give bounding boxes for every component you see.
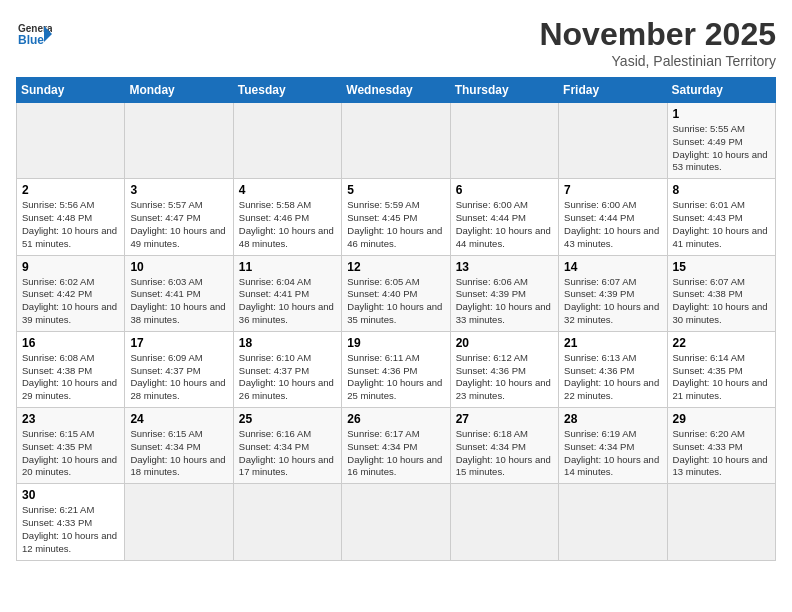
calendar-day-cell: 12Sunrise: 6:05 AM Sunset: 4:40 PM Dayli…: [342, 255, 450, 331]
day-info: Sunrise: 6:16 AM Sunset: 4:34 PM Dayligh…: [239, 428, 336, 479]
calendar-day-cell: 10Sunrise: 6:03 AM Sunset: 4:41 PM Dayli…: [125, 255, 233, 331]
day-number: 26: [347, 412, 444, 426]
calendar-day-cell: 6Sunrise: 6:00 AM Sunset: 4:44 PM Daylig…: [450, 179, 558, 255]
day-info: Sunrise: 6:21 AM Sunset: 4:33 PM Dayligh…: [22, 504, 119, 555]
calendar-day-cell: [233, 484, 341, 560]
day-info: Sunrise: 6:06 AM Sunset: 4:39 PM Dayligh…: [456, 276, 553, 327]
calendar-day-cell: 28Sunrise: 6:19 AM Sunset: 4:34 PM Dayli…: [559, 408, 667, 484]
day-number: 28: [564, 412, 661, 426]
calendar-day-cell: [450, 103, 558, 179]
day-info: Sunrise: 6:09 AM Sunset: 4:37 PM Dayligh…: [130, 352, 227, 403]
day-info: Sunrise: 6:07 AM Sunset: 4:38 PM Dayligh…: [673, 276, 770, 327]
calendar-day-cell: 7Sunrise: 6:00 AM Sunset: 4:44 PM Daylig…: [559, 179, 667, 255]
calendar-day-cell: 15Sunrise: 6:07 AM Sunset: 4:38 PM Dayli…: [667, 255, 775, 331]
day-info: Sunrise: 6:07 AM Sunset: 4:39 PM Dayligh…: [564, 276, 661, 327]
day-info: Sunrise: 6:03 AM Sunset: 4:41 PM Dayligh…: [130, 276, 227, 327]
day-number: 6: [456, 183, 553, 197]
day-number: 23: [22, 412, 119, 426]
calendar-day-cell: 11Sunrise: 6:04 AM Sunset: 4:41 PM Dayli…: [233, 255, 341, 331]
day-number: 15: [673, 260, 770, 274]
calendar-day-cell: [125, 484, 233, 560]
calendar-day-cell: 22Sunrise: 6:14 AM Sunset: 4:35 PM Dayli…: [667, 331, 775, 407]
day-number: 9: [22, 260, 119, 274]
day-number: 11: [239, 260, 336, 274]
day-info: Sunrise: 6:19 AM Sunset: 4:34 PM Dayligh…: [564, 428, 661, 479]
day-info: Sunrise: 6:04 AM Sunset: 4:41 PM Dayligh…: [239, 276, 336, 327]
day-info: Sunrise: 6:08 AM Sunset: 4:38 PM Dayligh…: [22, 352, 119, 403]
day-info: Sunrise: 6:20 AM Sunset: 4:33 PM Dayligh…: [673, 428, 770, 479]
day-info: Sunrise: 6:14 AM Sunset: 4:35 PM Dayligh…: [673, 352, 770, 403]
day-info: Sunrise: 6:10 AM Sunset: 4:37 PM Dayligh…: [239, 352, 336, 403]
day-number: 10: [130, 260, 227, 274]
day-number: 30: [22, 488, 119, 502]
calendar-day-cell: 8Sunrise: 6:01 AM Sunset: 4:43 PM Daylig…: [667, 179, 775, 255]
day-number: 18: [239, 336, 336, 350]
calendar-day-cell: 5Sunrise: 5:59 AM Sunset: 4:45 PM Daylig…: [342, 179, 450, 255]
location: Yasid, Palestinian Territory: [539, 53, 776, 69]
calendar-day-cell: [342, 484, 450, 560]
day-number: 22: [673, 336, 770, 350]
col-monday: Monday: [125, 78, 233, 103]
day-info: Sunrise: 5:56 AM Sunset: 4:48 PM Dayligh…: [22, 199, 119, 250]
calendar-day-cell: 30Sunrise: 6:21 AM Sunset: 4:33 PM Dayli…: [17, 484, 125, 560]
day-number: 7: [564, 183, 661, 197]
calendar-day-cell: 4Sunrise: 5:58 AM Sunset: 4:46 PM Daylig…: [233, 179, 341, 255]
calendar-week-row: 16Sunrise: 6:08 AM Sunset: 4:38 PM Dayli…: [17, 331, 776, 407]
day-info: Sunrise: 6:01 AM Sunset: 4:43 PM Dayligh…: [673, 199, 770, 250]
day-info: Sunrise: 6:00 AM Sunset: 4:44 PM Dayligh…: [564, 199, 661, 250]
day-info: Sunrise: 6:15 AM Sunset: 4:34 PM Dayligh…: [130, 428, 227, 479]
day-number: 16: [22, 336, 119, 350]
logo-icon: General Blue: [16, 16, 52, 52]
calendar-day-cell: 9Sunrise: 6:02 AM Sunset: 4:42 PM Daylig…: [17, 255, 125, 331]
day-info: Sunrise: 6:12 AM Sunset: 4:36 PM Dayligh…: [456, 352, 553, 403]
calendar-day-cell: 14Sunrise: 6:07 AM Sunset: 4:39 PM Dayli…: [559, 255, 667, 331]
calendar-week-row: 9Sunrise: 6:02 AM Sunset: 4:42 PM Daylig…: [17, 255, 776, 331]
calendar-day-cell: 27Sunrise: 6:18 AM Sunset: 4:34 PM Dayli…: [450, 408, 558, 484]
svg-text:Blue: Blue: [18, 33, 44, 47]
calendar-day-cell: [559, 484, 667, 560]
day-info: Sunrise: 6:00 AM Sunset: 4:44 PM Dayligh…: [456, 199, 553, 250]
title-block: November 2025 Yasid, Palestinian Territo…: [539, 16, 776, 69]
day-number: 21: [564, 336, 661, 350]
calendar-day-cell: 2Sunrise: 5:56 AM Sunset: 4:48 PM Daylig…: [17, 179, 125, 255]
calendar-day-cell: 1Sunrise: 5:55 AM Sunset: 4:49 PM Daylig…: [667, 103, 775, 179]
month-year: November 2025: [539, 16, 776, 53]
calendar-day-cell: 26Sunrise: 6:17 AM Sunset: 4:34 PM Dayli…: [342, 408, 450, 484]
calendar-week-row: 2Sunrise: 5:56 AM Sunset: 4:48 PM Daylig…: [17, 179, 776, 255]
day-number: 17: [130, 336, 227, 350]
day-number: 5: [347, 183, 444, 197]
day-info: Sunrise: 6:18 AM Sunset: 4:34 PM Dayligh…: [456, 428, 553, 479]
calendar-day-cell: 24Sunrise: 6:15 AM Sunset: 4:34 PM Dayli…: [125, 408, 233, 484]
calendar-day-cell: 23Sunrise: 6:15 AM Sunset: 4:35 PM Dayli…: [17, 408, 125, 484]
col-friday: Friday: [559, 78, 667, 103]
day-number: 25: [239, 412, 336, 426]
day-number: 29: [673, 412, 770, 426]
calendar-day-cell: [559, 103, 667, 179]
calendar-day-cell: 17Sunrise: 6:09 AM Sunset: 4:37 PM Dayli…: [125, 331, 233, 407]
calendar-day-cell: [125, 103, 233, 179]
day-info: Sunrise: 6:02 AM Sunset: 4:42 PM Dayligh…: [22, 276, 119, 327]
day-info: Sunrise: 5:59 AM Sunset: 4:45 PM Dayligh…: [347, 199, 444, 250]
day-number: 24: [130, 412, 227, 426]
calendar-day-cell: 29Sunrise: 6:20 AM Sunset: 4:33 PM Dayli…: [667, 408, 775, 484]
day-info: Sunrise: 5:55 AM Sunset: 4:49 PM Dayligh…: [673, 123, 770, 174]
calendar-day-cell: 19Sunrise: 6:11 AM Sunset: 4:36 PM Dayli…: [342, 331, 450, 407]
day-number: 8: [673, 183, 770, 197]
calendar-week-row: 1Sunrise: 5:55 AM Sunset: 4:49 PM Daylig…: [17, 103, 776, 179]
day-number: 14: [564, 260, 661, 274]
calendar-day-cell: [17, 103, 125, 179]
col-sunday: Sunday: [17, 78, 125, 103]
logo: General Blue: [16, 16, 52, 52]
calendar-week-row: 23Sunrise: 6:15 AM Sunset: 4:35 PM Dayli…: [17, 408, 776, 484]
col-saturday: Saturday: [667, 78, 775, 103]
col-thursday: Thursday: [450, 78, 558, 103]
calendar-day-cell: [450, 484, 558, 560]
day-info: Sunrise: 6:17 AM Sunset: 4:34 PM Dayligh…: [347, 428, 444, 479]
calendar-header-row: Sunday Monday Tuesday Wednesday Thursday…: [17, 78, 776, 103]
day-number: 20: [456, 336, 553, 350]
calendar-week-row: 30Sunrise: 6:21 AM Sunset: 4:33 PM Dayli…: [17, 484, 776, 560]
day-number: 4: [239, 183, 336, 197]
day-number: 3: [130, 183, 227, 197]
day-number: 12: [347, 260, 444, 274]
day-info: Sunrise: 6:05 AM Sunset: 4:40 PM Dayligh…: [347, 276, 444, 327]
